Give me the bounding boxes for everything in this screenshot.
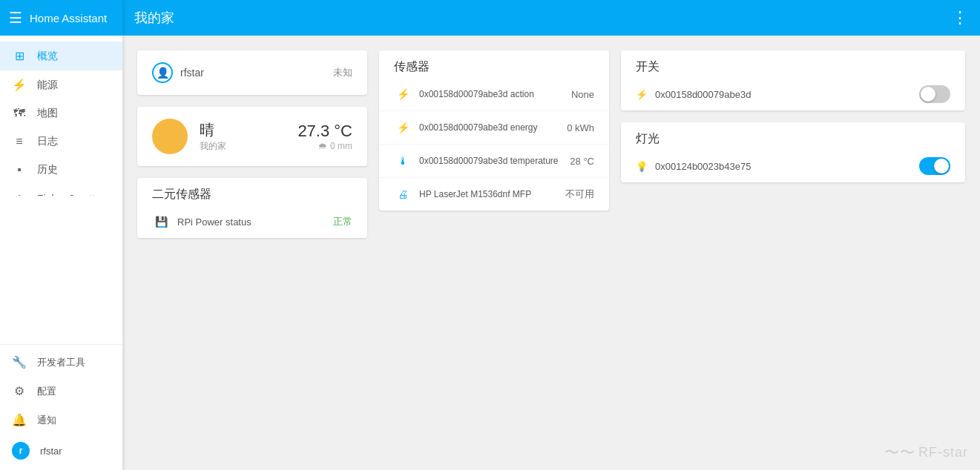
sensor-row: 🌡 0x00158d00079abe3d temperature 28 °C — [379, 145, 609, 178]
sidebar-item-map[interactable]: 🗺 地图 — [0, 99, 122, 128]
user-card-left: 👤 rfstar — [152, 62, 204, 83]
switch-toggle[interactable] — [919, 85, 950, 103]
weather-temp: 27.3 °C 🌧 0 mm — [297, 122, 352, 151]
weather-card: 晴 我的家 27.3 °C 🌧 0 mm — [137, 107, 367, 166]
switch-row: ⚡ 0x00158d00079abe3d — [621, 78, 965, 110]
user-card: 👤 rfstar 未知 — [137, 50, 367, 95]
binary-sensors-list: 💾 RPi Power status 正常 — [137, 205, 367, 238]
col-middle: 传感器 ⚡ 0x00158d00079abe3d action None ⚡ 0… — [379, 50, 609, 211]
sidebar-label-dev-tools: 开发者工具 — [37, 356, 85, 369]
sidebar-item-overview[interactable]: ⊞ 概览 — [0, 42, 122, 70]
user-avatar: r — [12, 442, 30, 460]
topbar: 我的家 ⋮ — [122, 0, 980, 36]
sidebar-label-user: rfstar — [40, 446, 62, 457]
user-name: rfstar — [180, 67, 204, 79]
sensors-list: ⚡ 0x00158d00079abe3d action None ⚡ 0x001… — [379, 78, 609, 211]
binary-sensor-name: RPi Power status — [177, 216, 251, 228]
sidebar-label-overview: 概览 — [37, 50, 58, 63]
sensor-name: 0x00158d00079abe3d action — [419, 89, 534, 99]
main: 我的家 ⋮ 👤 rfstar 未知 晴 我的家 — [122, 0, 980, 470]
sensor-row-left: ⚡ 0x00158d00079abe3d energy — [394, 119, 537, 136]
sidebar-label-map: 地图 — [37, 107, 58, 120]
switch-icon: ⚡ — [636, 89, 648, 100]
lights-card: 灯光 💡 0x00124b0023b43e75 — [621, 122, 965, 182]
binary-sensor-row: 💾 RPi Power status 正常 — [137, 205, 367, 238]
sidebar-label-log: 日志 — [37, 135, 58, 148]
weather-condition: 晴 — [200, 120, 286, 140]
topbar-title: 我的家 — [134, 9, 174, 27]
sidebar-icon-notify: 🔔 — [12, 413, 27, 427]
sensor-icon: ⚡ — [394, 85, 412, 103]
lights-list: 💡 0x00124b0023b43e75 — [621, 150, 965, 182]
sensor-name: HP LaserJet M1536dnf MFP — [419, 189, 531, 199]
sidebar-icon-energy: ⚡ — [12, 78, 27, 92]
sensors-title: 传感器 — [379, 50, 609, 78]
binary-sensor-left: 💾 RPi Power status — [152, 213, 251, 231]
sensor-icon: ⚡ — [394, 119, 412, 136]
sensor-value: None — [571, 89, 594, 100]
sidebar-label-energy: 能源 — [37, 79, 58, 92]
lights-title: 灯光 — [621, 122, 965, 150]
sidebar-icon-history: ▪ — [12, 163, 27, 176]
sidebar-item-notify[interactable]: 🔔 通知 — [0, 406, 122, 434]
binary-sensor-icon: 💾 — [152, 213, 170, 231]
sensor-row: ⚡ 0x00158d00079abe3d action None — [379, 78, 609, 111]
sidebar-nav: ⊞ 概览⚡ 能源🗺 地图≡ 日志▪ 历史◈ Zigbee2mqtt▷ 媒体 — [0, 36, 122, 196]
switch-row-left: ⚡ 0x00158d00079abe3d — [636, 89, 751, 100]
rf-star-waves-icon: 〜〜 — [884, 443, 915, 463]
sensor-value: 不可用 — [565, 188, 594, 201]
sidebar-item-zigbee2mqtt[interactable]: ◈ Zigbee2mqtt — [0, 184, 122, 196]
binary-sensors-title: 二元传感器 — [137, 178, 367, 205]
binary-sensor-value: 正常 — [333, 215, 352, 228]
switch-name: 0x00158d00079abe3d — [655, 89, 751, 100]
sensor-row-left: 🖨 HP LaserJet M1536dnf MFP — [394, 185, 531, 203]
sensors-card: 传感器 ⚡ 0x00158d00079abe3d action None ⚡ 0… — [379, 50, 609, 211]
switches-card: 开关 ⚡ 0x00158d00079abe3d — [621, 50, 965, 110]
weather-card-inner: 晴 我的家 27.3 °C 🌧 0 mm — [137, 107, 367, 166]
light-row: 💡 0x00124b0023b43e75 — [621, 150, 965, 182]
sidebar-icon-config: ⚙ — [12, 384, 27, 398]
col-left: 👤 rfstar 未知 晴 我的家 27.3 °C 🌧 — [137, 50, 367, 238]
switches-title: 开关 — [621, 50, 965, 78]
light-icon: 💡 — [636, 161, 648, 172]
sensor-value: 0 kWh — [567, 122, 594, 133]
sidebar-label-config: 配置 — [37, 385, 56, 398]
weather-location: 我的家 — [200, 140, 286, 153]
sidebar-label-notify: 通知 — [37, 414, 56, 427]
binary-sensors-card: 二元传感器 💾 RPi Power status 正常 — [137, 178, 367, 238]
sensor-value: 28 °C — [570, 156, 594, 167]
sidebar-item-energy[interactable]: ⚡ 能源 — [0, 70, 122, 99]
watermark-text: RF-star — [918, 445, 968, 460]
sidebar-item-log[interactable]: ≡ 日志 — [0, 128, 122, 156]
watermark: 〜〜 RF-star — [884, 443, 968, 463]
sidebar-bottom: 🔧 开发者工具⚙ 配置🔔 通知r rfstar — [0, 344, 122, 470]
sidebar-item-dev-tools[interactable]: 🔧 开发者工具 — [0, 348, 122, 377]
sensor-icon: 🖨 — [394, 185, 412, 203]
sidebar-item-user[interactable]: r rfstar — [0, 434, 122, 467]
sidebar: ☰ Home Assistant ⊞ 概览⚡ 能源🗺 地图≡ 日志▪ 历史◈ Z… — [0, 0, 122, 470]
sensor-name: 0x00158d00079abe3d temperature — [419, 156, 559, 166]
sensor-row: 🖨 HP LaserJet M1536dnf MFP 不可用 — [379, 178, 609, 211]
sidebar-label-history: 历史 — [37, 163, 58, 176]
sensor-name: 0x00158d00079abe3d energy — [419, 122, 537, 133]
sensor-row-left: ⚡ 0x00158d00079abe3d action — [394, 85, 534, 103]
weather-precip-value: 0 mm — [330, 141, 352, 151]
sidebar-item-config[interactable]: ⚙ 配置 — [0, 377, 122, 406]
light-name: 0x00124b0023b43e75 — [655, 161, 751, 172]
sidebar-title: Home Assistant — [30, 12, 107, 24]
sensor-row-left: 🌡 0x00158d00079abe3d temperature — [394, 152, 559, 170]
light-toggle[interactable] — [919, 157, 950, 175]
weather-temp-value: 27.3 °C — [297, 122, 352, 141]
user-icon: 👤 — [152, 62, 173, 83]
sidebar-item-history[interactable]: ▪ 历史 — [0, 156, 122, 184]
sidebar-icon-log: ≡ — [12, 135, 27, 148]
switches-list: ⚡ 0x00158d00079abe3d — [621, 78, 965, 110]
weather-icon — [152, 119, 188, 154]
weather-info: 晴 我的家 — [200, 120, 286, 153]
hamburger-icon[interactable]: ☰ — [9, 9, 22, 27]
sidebar-header: ☰ Home Assistant — [0, 0, 122, 36]
sensor-row: ⚡ 0x00158d00079abe3d energy 0 kWh — [379, 111, 609, 145]
topbar-more-icon[interactable]: ⋮ — [952, 8, 968, 27]
sidebar-icon-dev-tools: 🔧 — [12, 355, 27, 369]
col-right: 开关 ⚡ 0x00158d00079abe3d 灯光 💡 0x00124b002… — [621, 50, 965, 182]
